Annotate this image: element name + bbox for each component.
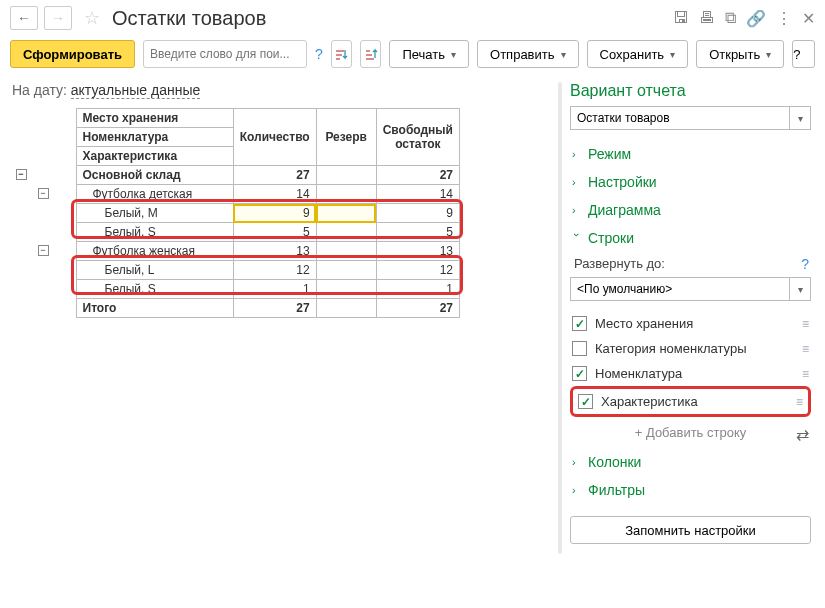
favorite-icon[interactable]: ☆ bbox=[84, 7, 100, 29]
add-row-button[interactable]: + Добавить строку ⇄ bbox=[570, 417, 811, 448]
print-icon[interactable]: 🖶 bbox=[699, 9, 715, 27]
title-tools: 🖫 🖶 ⧉ 🔗 ⋮ ✕ bbox=[673, 9, 815, 28]
table-row[interactable]: − Основной склад 27 27 bbox=[10, 166, 460, 185]
drag-icon[interactable]: ≡ bbox=[802, 342, 809, 356]
toolbar: Сформировать ? Печать Отправить Сохранит… bbox=[0, 36, 825, 72]
generate-button[interactable]: Сформировать bbox=[10, 40, 135, 68]
col-reserve: Резерв bbox=[316, 109, 376, 166]
remember-settings-button[interactable]: Запомнить настройки bbox=[570, 516, 811, 544]
checkbox[interactable] bbox=[572, 316, 587, 331]
section-columns[interactable]: ›Колонки bbox=[570, 448, 811, 476]
date-label: На дату: bbox=[12, 82, 67, 98]
sort-asc-icon[interactable] bbox=[331, 40, 352, 68]
date-filter: На дату: актуальные данные bbox=[12, 82, 550, 98]
table-row[interactable]: − Футболка женская 13 13 bbox=[10, 242, 460, 261]
section-diagram[interactable]: ›Диаграмма bbox=[570, 196, 811, 224]
table-row[interactable]: Белый, S 1 1 bbox=[10, 280, 460, 299]
table-total-row: Итого 27 27 bbox=[10, 299, 460, 318]
print-button[interactable]: Печать bbox=[389, 40, 469, 68]
report-table: Место хранения Количество Резерв Свободн… bbox=[10, 108, 460, 318]
table-row[interactable]: Белый, L 12 12 bbox=[10, 261, 460, 280]
drag-icon[interactable]: ≡ bbox=[802, 367, 809, 381]
nav-forward-button[interactable]: → bbox=[44, 6, 72, 30]
variant-select[interactable]: ▾ bbox=[570, 106, 811, 130]
col-qty: Количество bbox=[233, 109, 316, 166]
date-value-link[interactable]: актуальные данные bbox=[71, 82, 200, 99]
nav-back-button[interactable]: ← bbox=[10, 6, 38, 30]
col-characteristic: Характеристика bbox=[76, 147, 233, 166]
titlebar: ← → ☆ Остатки товаров 🖫 🖶 ⧉ 🔗 ⋮ ✕ bbox=[0, 0, 825, 36]
section-filters[interactable]: ›Фильтры bbox=[570, 476, 811, 504]
table-row[interactable]: Белый, M 9 9 bbox=[10, 204, 460, 223]
variant-input[interactable] bbox=[570, 106, 789, 130]
chevron-down-icon[interactable]: ▾ bbox=[789, 106, 811, 130]
drag-icon[interactable]: ≡ bbox=[802, 317, 809, 331]
row-option[interactable]: Категория номенклатуры ≡ bbox=[570, 336, 811, 361]
section-mode[interactable]: ›Режим bbox=[570, 140, 811, 168]
chevron-right-icon: › bbox=[572, 484, 582, 496]
section-settings[interactable]: ›Настройки bbox=[570, 168, 811, 196]
close-icon[interactable]: ✕ bbox=[802, 9, 815, 28]
expander-icon[interactable]: − bbox=[38, 188, 49, 199]
chevron-right-icon: › bbox=[572, 204, 582, 216]
table-row[interactable]: Белый, S 5 5 bbox=[10, 223, 460, 242]
drag-icon[interactable]: ≡ bbox=[796, 395, 803, 409]
chevron-right-icon: › bbox=[572, 176, 582, 188]
col-free: Свободный остаток bbox=[376, 109, 459, 166]
report-area: На дату: актуальные данные Место хранени… bbox=[10, 72, 550, 554]
expander-icon[interactable]: − bbox=[16, 169, 27, 180]
floppy-icon[interactable]: 🖫 bbox=[673, 9, 689, 27]
shuffle-icon[interactable]: ⇄ bbox=[796, 425, 809, 444]
row-option[interactable]: Характеристика ≡ bbox=[570, 386, 811, 417]
checkbox[interactable] bbox=[572, 341, 587, 356]
row-option[interactable]: Место хранения ≡ bbox=[570, 311, 811, 336]
col-storage: Место хранения bbox=[76, 109, 233, 128]
checkbox[interactable] bbox=[578, 394, 593, 409]
splitter[interactable] bbox=[558, 82, 562, 554]
help-icon[interactable]: ? bbox=[801, 256, 809, 272]
sort-desc-icon[interactable] bbox=[360, 40, 381, 68]
toolbar-help-button[interactable]: ? bbox=[792, 40, 815, 68]
section-rows[interactable]: ›Строки bbox=[570, 224, 811, 252]
search-input[interactable] bbox=[143, 40, 307, 68]
send-button[interactable]: Отправить bbox=[477, 40, 578, 68]
table-row[interactable]: − Футболка детская 14 14 bbox=[10, 185, 460, 204]
expand-input[interactable] bbox=[570, 277, 789, 301]
chevron-down-icon[interactable]: ▾ bbox=[789, 277, 811, 301]
expand-select[interactable]: ▾ bbox=[570, 277, 811, 301]
preview-icon[interactable]: ⧉ bbox=[725, 9, 736, 27]
page-title: Остатки товаров bbox=[112, 7, 266, 30]
open-button[interactable]: Открыть bbox=[696, 40, 784, 68]
expander-icon[interactable]: − bbox=[38, 245, 49, 256]
more-icon[interactable]: ⋮ bbox=[776, 9, 792, 28]
sidebar: Вариант отчета ▾ ›Режим ›Настройки ›Диаг… bbox=[570, 72, 815, 554]
help-link[interactable]: ? bbox=[315, 46, 323, 62]
link-icon[interactable]: 🔗 bbox=[746, 9, 766, 28]
chevron-right-icon: › bbox=[572, 456, 582, 468]
checkbox[interactable] bbox=[572, 366, 587, 381]
save-button[interactable]: Сохранить bbox=[587, 40, 689, 68]
col-nomenclature: Номенклатура bbox=[76, 128, 233, 147]
chevron-down-icon: › bbox=[571, 233, 583, 243]
chevron-right-icon: › bbox=[572, 148, 582, 160]
row-option[interactable]: Номенклатура ≡ bbox=[570, 361, 811, 386]
expand-to-label: Развернуть до: ? bbox=[570, 252, 811, 277]
variant-title: Вариант отчета bbox=[570, 82, 811, 100]
